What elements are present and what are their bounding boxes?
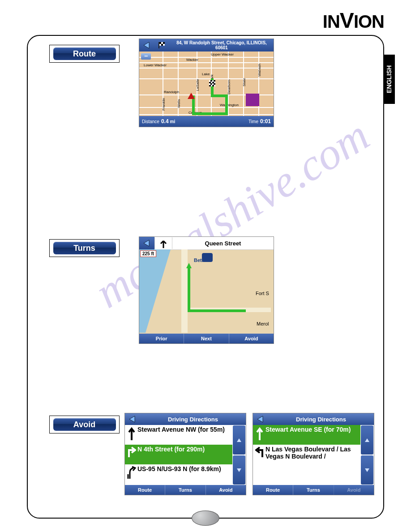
list-item-text: Stewart Avenue SE (for 70m) [265,426,360,433]
route-topbar: 84, W Randolph Street, Chicago, ILLINOIS… [139,39,274,51]
turn-left-icon [254,446,265,457]
distance-badge: 225 ft [140,250,156,257]
distance-label: Distance [142,119,159,124]
water-area [139,249,171,333]
route-arrowhead [186,263,192,268]
directions-title: Driving Directions [268,416,374,423]
street-franklin: Franklin [162,98,166,111]
time-label: Time [248,119,258,124]
street-lake: Lake [202,72,210,76]
street-wells: Wells [177,99,181,108]
scroll-down-button[interactable] [233,455,245,485]
turns-tab-button[interactable]: Turns [165,485,205,495]
turns-map-screenshot: Queen Street Bethel Fort S Merol 225 ft … [139,236,274,344]
avoid-button[interactable]: Avoid [53,418,116,431]
brand-logo: INVION [323,8,384,33]
list-item[interactable]: N Las Vegas Boulevard / Las Vegas N Boul… [253,445,360,464]
street-wacker: Wacker [186,58,198,62]
back-icon[interactable] [139,39,154,51]
street-dearborn: Dearborn [227,80,231,94]
place-fort: Fort S [256,291,269,296]
next-button[interactable]: Next [184,334,228,343]
turns-map-area[interactable]: Bethel Fort S Merol [139,249,274,333]
avoid-tab-button-disabled: Avoid [334,485,374,495]
street-randolph: Randolph [164,90,179,94]
list-item[interactable]: Stewart Avenue SE (for 70m) [253,425,360,445]
destination-flag-icon[interactable] [154,39,170,51]
svg-marker-11 [365,438,369,442]
prior-button[interactable]: Prior [139,334,184,343]
scroll-column [360,425,374,485]
time-value: 0:01 [260,118,271,124]
distance-value: 0.4 [161,118,169,124]
list-item-text: Stewart Avenue NW (for 55m) [137,426,231,433]
turn-right-icon [126,446,137,457]
zoom-out-button[interactable]: − [141,53,151,60]
route-tab-button[interactable]: Route [253,485,293,495]
list-item-text: N 4th Street (for 290m) [137,446,231,453]
svg-rect-3 [159,42,161,44]
back-icon[interactable] [139,237,154,249]
directions-list-left: Driving Directions Stewart Avenue NW (fo… [124,413,246,495]
directions-title: Driving Directions [140,416,246,423]
turns-bottombar: Prior Next Avoid [139,334,274,343]
turn-direction-icon [154,237,172,249]
back-icon[interactable] [253,413,268,425]
route-map-area[interactable]: Upper Wacker Wacker Lower Wacker Lake Ra… [139,51,274,116]
route-map-screenshot: 84, W Randolph Street, Chicago, ILLINOIS… [139,39,274,127]
svg-marker-6 [144,240,149,246]
directions-header: Driving Directions [125,413,246,425]
directions-bottombar: Route Turns Avoid [125,485,246,495]
distance-unit: mi [170,119,176,124]
turns-button[interactable]: Turns [53,242,116,254]
turns-street-title: Queen Street [172,240,274,247]
straight-icon [126,426,137,440]
svg-marker-10 [257,416,263,422]
avoid-tab-button[interactable]: Avoid [206,485,246,495]
list-item[interactable]: N 4th Street (for 290m) [125,445,232,464]
svg-marker-12 [365,468,369,472]
directions-body: Stewart Avenue NW (for 55m) N 4th Street… [125,425,246,485]
svg-marker-7 [129,416,135,422]
route-tab-button[interactable]: Route [125,485,165,495]
street-state: State [242,78,246,86]
back-icon[interactable] [125,413,140,425]
scroll-down-button[interactable] [361,455,373,485]
language-tab: ENGLISH [383,55,395,104]
scroll-up-button[interactable] [361,425,373,455]
directions-column: Stewart Avenue SE (for 70m) N Las Vegas … [253,425,360,485]
turns-topbar: Queen Street [139,237,274,250]
avoid-button[interactable]: Avoid [229,334,274,343]
directions-body: Stewart Avenue SE (for 70m) N Las Vegas … [253,425,374,485]
route-button[interactable]: Route [53,47,116,60]
street-wabash: Wabash [257,64,261,77]
svg-rect-4 [163,42,165,44]
directions-column: Stewart Avenue NW (for 55m) N 4th Street… [125,425,232,485]
street-upper-wacker: Upper Wacker [211,52,234,56]
route-button-outer: Route [49,45,120,63]
list-item[interactable]: US-95 N/US-93 N (for 8.9km) [125,464,232,484]
turns-tab-button[interactable]: Turns [293,485,333,495]
place-merol: Merol [257,321,269,326]
list-item[interactable]: Stewart Avenue NW (for 55m) [125,425,232,445]
directions-bottombar: Route Turns Avoid [253,485,374,495]
page-indicator [192,511,219,526]
list-item-text: US-95 N/US-93 N (for 8.9km) [137,465,231,472]
svg-marker-8 [237,438,241,442]
street-lasalle: LaSalle [196,79,200,91]
merge-icon [126,465,137,479]
svg-rect-5 [161,44,163,46]
scroll-column [232,425,246,485]
straight-icon [254,426,265,440]
street-washington: Washington [220,103,239,107]
route-bottombar: Distance 0.4 mi Time 0:01 [139,116,274,127]
avoid-button-outer: Avoid [49,416,120,433]
scroll-up-button[interactable] [233,425,245,455]
route-shield-icon [202,253,213,262]
street-lower-wacker: Lower Wacker [144,63,167,67]
directions-header: Driving Directions [253,413,374,425]
current-position-marker [188,93,195,99]
destination-marker [209,80,215,86]
list-item-text: N Las Vegas Boulevard / Las Vegas N Boul… [265,446,360,460]
turns-button-outer: Turns [49,239,120,257]
